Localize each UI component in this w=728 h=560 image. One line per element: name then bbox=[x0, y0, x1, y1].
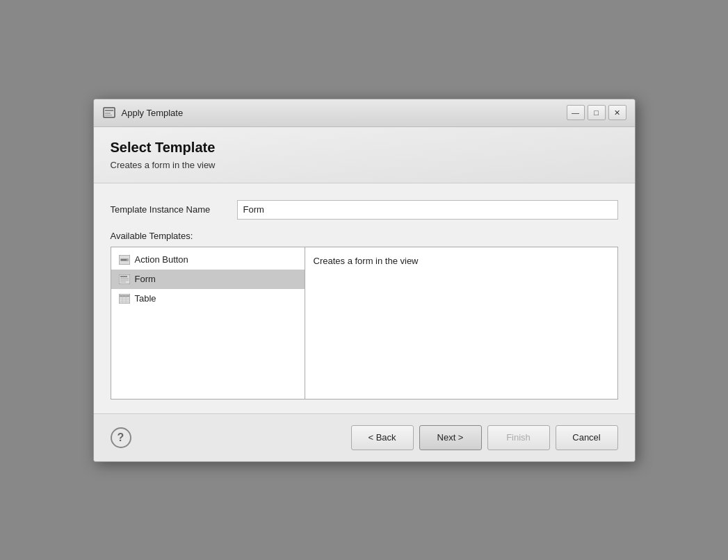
apply-template-dialog: Apply Template — □ ✕ Select Template Cre… bbox=[93, 99, 636, 462]
help-button[interactable]: ? bbox=[111, 427, 131, 448]
footer-left: ? bbox=[111, 427, 131, 448]
templates-container: Action Button bbox=[111, 247, 618, 400]
template-item-form[interactable]: Form bbox=[111, 270, 305, 289]
svg-rect-11 bbox=[120, 281, 126, 283]
minimize-button[interactable]: — bbox=[567, 105, 585, 120]
footer-buttons: < Back Next > Finish Cancel bbox=[351, 425, 618, 450]
svg-rect-9 bbox=[120, 278, 129, 279]
form-template-icon bbox=[118, 274, 131, 285]
close-button[interactable]: ✕ bbox=[608, 105, 626, 120]
table-label: Table bbox=[135, 293, 156, 304]
header-section: Select Template Creates a form in the vi… bbox=[94, 127, 635, 183]
window-title: Apply Template bbox=[122, 108, 184, 118]
svg-rect-2 bbox=[105, 113, 111, 114]
svg-rect-13 bbox=[120, 295, 129, 297]
template-item-action-button[interactable]: Action Button bbox=[111, 250, 305, 270]
title-bar: Apply Template — □ ✕ bbox=[94, 99, 635, 127]
main-section: Template Instance Name Available Templat… bbox=[94, 183, 635, 413]
svg-rect-6 bbox=[121, 259, 127, 261]
instance-name-input[interactable] bbox=[237, 200, 618, 220]
template-description: Creates a form in the view bbox=[305, 247, 618, 400]
templates-list: Action Button bbox=[111, 247, 305, 400]
back-button[interactable]: < Back bbox=[351, 425, 414, 450]
template-item-table[interactable]: Table bbox=[111, 289, 305, 308]
svg-rect-1 bbox=[105, 110, 113, 111]
svg-rect-10 bbox=[120, 279, 129, 281]
action-button-label: Action Button bbox=[135, 254, 188, 265]
svg-rect-3 bbox=[105, 115, 112, 116]
dialog-title: Select Template bbox=[111, 140, 618, 156]
dialog-subtitle: Creates a form in the view bbox=[111, 160, 618, 170]
next-button[interactable]: Next > bbox=[419, 425, 482, 450]
svg-rect-8 bbox=[120, 276, 127, 277]
table-template-icon bbox=[118, 293, 131, 304]
form-label: Form bbox=[135, 274, 156, 284]
instance-name-label: Template Instance Name bbox=[111, 204, 229, 215]
available-templates-label: Available Templates: bbox=[111, 231, 618, 241]
instance-name-row: Template Instance Name bbox=[111, 200, 618, 220]
dialog-icon bbox=[102, 107, 116, 118]
cancel-button[interactable]: Cancel bbox=[556, 425, 618, 450]
title-bar-buttons: — □ ✕ bbox=[567, 105, 626, 120]
maximize-button[interactable]: □ bbox=[588, 105, 606, 120]
finish-button[interactable]: Finish bbox=[487, 425, 550, 450]
templates-section: Available Templates: Action Button bbox=[111, 231, 618, 400]
footer-section: ? < Back Next > Finish Cancel bbox=[94, 413, 635, 461]
title-bar-left: Apply Template bbox=[102, 107, 184, 118]
action-button-icon bbox=[118, 254, 131, 265]
